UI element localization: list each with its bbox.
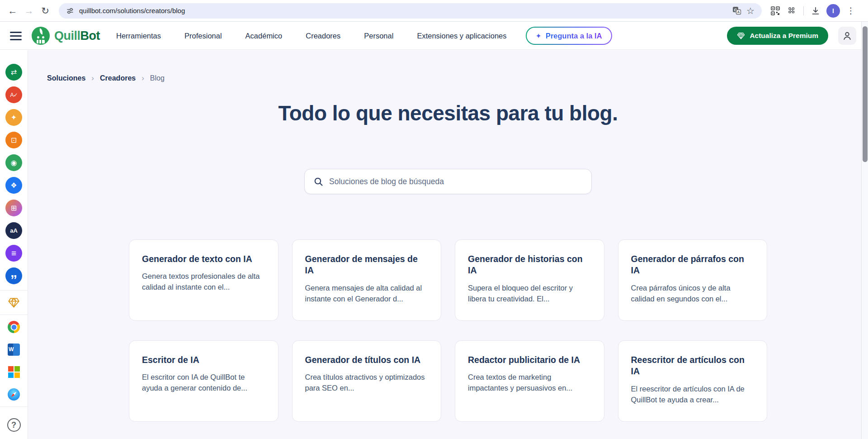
nav-item-creadores[interactable]: Creadores	[306, 32, 340, 40]
gem-icon	[737, 32, 745, 40]
breadcrumb-separator: ›	[91, 74, 94, 83]
summarizer-icon[interactable]: ≡	[5, 245, 22, 262]
sidebar-tools-group: ⇄ A✓ ✦ ⊡ ◉ ❖ ⊞ aA ≡ ”	[5, 64, 22, 284]
page-scrollbar[interactable]	[861, 22, 868, 439]
qr-lens-icon[interactable]	[767, 3, 783, 19]
browser-reload-button[interactable]: ↻	[37, 3, 53, 19]
breadcrumb: Soluciones › Creadores › Blog	[28, 50, 868, 83]
extensions-puzzle-icon[interactable]	[783, 3, 800, 19]
card-title: Generador de títulos con IA	[305, 354, 429, 366]
quillbot-logo[interactable]: QuillBot	[32, 27, 100, 45]
card-title: Generador de texto con IA	[142, 253, 265, 265]
card-title: Generador de párrafos con IA	[631, 253, 755, 277]
card-title: Reescritor de artículos con IA	[631, 354, 755, 377]
browser-back-button[interactable]: ←	[5, 3, 21, 19]
scrollbar-thumb[interactable]	[863, 26, 868, 162]
microsoft-apps-icon[interactable]	[8, 366, 20, 378]
sidebar-divider	[0, 290, 28, 291]
account-button[interactable]	[838, 27, 856, 45]
upgrade-premium-label: Actualiza a Premium	[750, 32, 818, 40]
card-title: Generador de historias con IA	[468, 253, 591, 277]
search-input[interactable]	[329, 177, 582, 186]
page-title: Todo lo que necesitas para tu blog.	[28, 101, 868, 125]
card-ai-story-generator[interactable]: Generador de historias con IA Supera el …	[455, 239, 604, 321]
card-description: Crea párrafos únicos y de alta calidad e…	[631, 283, 755, 305]
breadcrumb-separator: ›	[142, 74, 144, 83]
site-info-icon[interactable]	[66, 7, 74, 15]
ai-detector-icon[interactable]: ⊡	[5, 132, 22, 148]
card-title: Escritor de IA	[142, 354, 265, 366]
plagiarism-checker-icon[interactable]: ✦	[5, 109, 22, 126]
breadcrumb-current-blog: Blog	[150, 74, 165, 82]
ai-humanizer-icon[interactable]: ◉	[5, 154, 22, 171]
bookmark-star-icon[interactable]: ☆	[746, 5, 755, 16]
nav-item-herramientas[interactable]: Herramientas	[116, 32, 161, 40]
main-content: Soluciones › Creadores › Blog Todo lo qu…	[28, 50, 868, 439]
chrome-extension-icon[interactable]	[8, 321, 20, 333]
ai-chat-icon[interactable]: ❖	[5, 177, 22, 194]
citation-generator-icon[interactable]: ”	[5, 267, 22, 284]
url-text[interactable]: quillbot.com/solutions/creators/blog	[79, 7, 185, 14]
sidebar-divider	[0, 406, 28, 407]
breadcrumb-creadores[interactable]: Creadores	[100, 74, 136, 82]
main-navigation: Herramientas Profesional Académico Cread…	[116, 32, 507, 40]
ai-image-generator-icon[interactable]: ⊞	[5, 200, 22, 216]
sparkle-icon: ✦	[536, 32, 542, 40]
upgrade-premium-button[interactable]: Actualiza a Premium	[727, 27, 828, 45]
safari-extension-icon[interactable]	[8, 388, 20, 401]
ask-ai-label: Pregunta a la IA	[546, 32, 602, 40]
card-title: Redactor publicitario de IA	[468, 354, 591, 366]
hamburger-menu-icon[interactable]	[10, 32, 22, 40]
card-ai-paragraph-generator[interactable]: Generador de párrafos con IA Crea párraf…	[618, 239, 768, 321]
solutions-grid: Generador de texto con IA Genera textos …	[129, 239, 767, 422]
quillbot-wordmark: QuillBot	[54, 29, 100, 43]
card-title: Generador de mensajes de IA	[305, 253, 429, 277]
browser-profile-avatar[interactable]: I	[826, 4, 840, 18]
search-icon	[314, 177, 323, 186]
card-description: Crea textos de marketing impactantes y p…	[468, 372, 591, 394]
downloads-icon[interactable]	[807, 3, 824, 19]
paraphraser-icon[interactable]: ⇄	[5, 64, 22, 81]
card-ai-title-generator[interactable]: Generador de títulos con IA Crea títulos…	[292, 340, 442, 422]
nav-item-personal[interactable]: Personal	[364, 32, 393, 40]
nav-item-extensiones[interactable]: Extensiones y aplicaciones	[417, 32, 506, 40]
card-ai-copywriter[interactable]: Redactor publicitario de IA Crea textos …	[455, 340, 604, 422]
translate-page-icon[interactable]: G A	[732, 6, 741, 15]
card-description: Genera textos profesionales de alta cali…	[142, 271, 265, 293]
premium-gem-icon[interactable]	[8, 296, 20, 309]
card-description: Genera mensajes de alta calidad al insta…	[305, 283, 429, 305]
nav-item-profesional[interactable]: Profesional	[184, 32, 222, 40]
breadcrumb-soluciones[interactable]: Soluciones	[47, 74, 85, 82]
translator-icon[interactable]: aA	[5, 222, 22, 239]
browser-menu-kebab-icon[interactable]: ⋮	[843, 3, 859, 19]
tools-sidebar: ⇄ A✓ ✦ ⊡ ◉ ❖ ⊞ aA ≡ ” W ?	[0, 50, 28, 439]
card-description: Crea títulos atractivos y optimizados pa…	[305, 372, 429, 394]
nav-item-academico[interactable]: Académico	[245, 32, 283, 40]
card-ai-writer[interactable]: Escritor de IA El escritor con IA de Qui…	[129, 340, 278, 422]
address-bar[interactable]: quillbot.com/solutions/creators/blog G A…	[59, 3, 762, 19]
card-description: El escritor con IA de QuillBot te ayuda …	[142, 372, 265, 394]
card-description: El reescritor de artículos con IA de Qui…	[631, 384, 755, 406]
toolbar-divider	[803, 6, 804, 15]
card-ai-article-rewriter[interactable]: Reescritor de artículos con IA El reescr…	[618, 340, 768, 422]
card-ai-message-generator[interactable]: Generador de mensajes de IA Genera mensa…	[292, 239, 442, 321]
grammar-checker-icon[interactable]: A✓	[5, 86, 22, 103]
card-description: Supera el bloqueo del escritor y libera …	[468, 283, 591, 305]
browser-forward-button[interactable]: →	[21, 3, 37, 19]
svg-text:A: A	[737, 10, 740, 14]
help-icon[interactable]: ?	[7, 418, 21, 432]
word-extension-icon[interactable]: W	[8, 344, 20, 356]
ask-ai-button[interactable]: ✦ Pregunta a la IA	[526, 27, 612, 45]
sidebar-divider	[0, 315, 28, 315]
browser-toolbar: ← → ↻ quillbot.com/solutions/creators/bl…	[0, 0, 868, 22]
quillbot-robot-icon	[32, 27, 50, 45]
search-box[interactable]	[304, 169, 592, 194]
site-header: QuillBot Herramientas Profesional Académ…	[0, 22, 868, 50]
sidebar-apps-group: W	[8, 321, 20, 401]
card-ai-text-generator[interactable]: Generador de texto con IA Genera textos …	[129, 239, 278, 321]
person-icon	[842, 30, 853, 41]
